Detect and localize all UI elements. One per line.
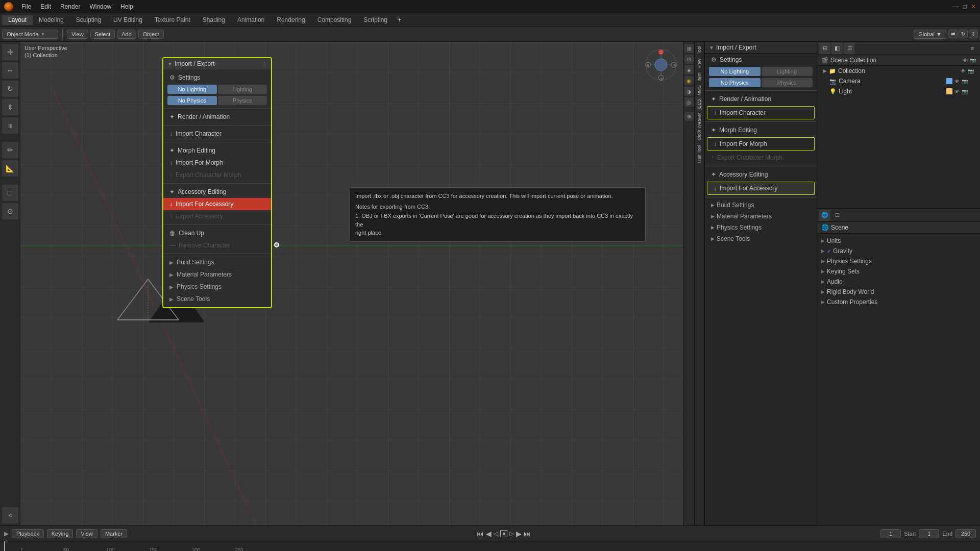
sc-cam-eye[interactable]: 👁 [954, 79, 960, 84]
vrs-btn-4[interactable]: ◉ [684, 76, 694, 85]
props-audio[interactable]: ▶ Audio [821, 277, 976, 287]
next-keyframe-btn[interactable]: ▷ [509, 530, 514, 537]
clean-up-item[interactable]: 🗑 Clean Up [163, 227, 271, 239]
marker-btn[interactable]: Marker [101, 529, 127, 538]
add-workspace-btn[interactable]: + [394, 15, 405, 25]
rp-lighting-btn[interactable]: Lighting [762, 67, 813, 76]
sc-cam-render[interactable]: 📷 [962, 79, 968, 84]
object-menu[interactable]: Object [138, 30, 164, 39]
minimize-btn[interactable]: — [953, 3, 959, 10]
menu-render[interactable]: Render [56, 2, 84, 11]
frame-end[interactable]: 250 [955, 529, 976, 538]
menu-edit[interactable]: Edit [36, 2, 55, 11]
sc-camera-item[interactable]: 📷 Camera 👁 📷 [817, 76, 980, 86]
keying-btn[interactable]: Keying [47, 529, 74, 538]
sc-eye[interactable]: 👁 [963, 58, 968, 63]
tab-modeling[interactable]: Modeling [33, 15, 70, 25]
menu-help[interactable]: Help [116, 2, 137, 11]
sc-render[interactable]: 📷 [970, 58, 976, 63]
move-tool[interactable]: ↔ [2, 62, 18, 79]
rp-render-animation[interactable]: ✦ Render / Animation [705, 93, 817, 105]
vrs-btn-1[interactable]: ⊞ [684, 44, 694, 53]
rp-no-lighting-btn[interactable]: No Lighting [709, 67, 761, 76]
morph-editing-item[interactable]: ✦ Morph Editing [163, 144, 271, 157]
panel-settings[interactable]: ⚙ Settings [163, 71, 271, 84]
cursor-tool[interactable]: ✛ [2, 44, 18, 60]
strip-cc3[interactable]: CC3 [697, 97, 702, 111]
transform-tool[interactable]: ⊞ [2, 117, 18, 134]
fr-icon-3[interactable]: ⊡ [844, 43, 855, 54]
props-custom[interactable]: ▶ Custom Properties [821, 297, 976, 307]
rp-export-character-morph[interactable]: ↑ Export Character Morph [705, 152, 817, 164]
no-lighting-btn[interactable]: No Lighting [167, 85, 217, 94]
build-settings-expand[interactable]: ▶ Build Settings [163, 256, 271, 268]
props-rigid-body[interactable]: ▶ Rigid Body World [821, 287, 976, 297]
props-keying[interactable]: ▶ Keying Sets [821, 266, 976, 277]
prev-frame-btn[interactable]: ◀ [486, 530, 492, 538]
sc-light-eye[interactable]: 👁 [954, 89, 960, 94]
rp-settings[interactable]: ⚙ Settings [705, 54, 817, 66]
measure-tool[interactable]: 📐 [2, 160, 18, 177]
annotate-tool[interactable]: ✏ [2, 142, 18, 158]
strip-view[interactable]: View [697, 57, 702, 70]
next-frame-btn[interactable]: ▶ [516, 530, 522, 538]
skip-end-btn[interactable]: ⏭ [524, 530, 531, 538]
rp-material-params[interactable]: ▶ Material Parameters [705, 211, 817, 222]
rp-physics-settings[interactable]: ▶ Physics Settings [705, 222, 817, 233]
sc-col-eye[interactable]: 👁 [961, 68, 966, 74]
playback-btn[interactable]: Playback [12, 529, 44, 538]
global-dropdown[interactable]: Global ▼ [914, 30, 946, 39]
rp-build-settings[interactable]: ▶ Build Settings [705, 199, 817, 211]
render-animation-item[interactable]: ✦ Render / Animation [163, 111, 271, 123]
props-units[interactable]: ▶ Units [821, 236, 976, 246]
view-btn[interactable]: View [76, 529, 97, 538]
scale-tool[interactable]: ⇕ [2, 99, 18, 115]
transform-btn-3[interactable]: ⇕ [969, 30, 978, 38]
add-cube-tool[interactable]: □ [2, 185, 18, 201]
rotate-tool[interactable]: ↻ [2, 81, 18, 97]
frame-start[interactable]: 1 [919, 529, 939, 538]
rp-physics-btn[interactable]: Physics [762, 78, 813, 87]
import-for-accessory-item[interactable]: ↓ Import For Accessory [163, 198, 271, 210]
props-physics[interactable]: ▶ Physics Settings [821, 256, 976, 266]
remove-character-item[interactable]: — Remove Character [163, 239, 271, 252]
frame-current[interactable]: 1 [880, 529, 901, 538]
add-menu[interactable]: Add [117, 30, 136, 39]
undo-btn[interactable]: ⟲ [2, 507, 18, 523]
no-physics-btn[interactable]: No Physics [167, 96, 217, 105]
vrs-btn-2[interactable]: ⊡ [684, 55, 694, 64]
menu-file[interactable]: File [17, 2, 35, 11]
transform-btn-2[interactable]: ↻ [959, 30, 968, 38]
tab-texture-paint[interactable]: Texture Paint [149, 15, 197, 25]
tab-sculpting[interactable]: Sculpting [70, 15, 107, 25]
rp-import-character[interactable]: ↓ Import Character [707, 106, 815, 119]
strip-item[interactable]: Item [697, 70, 702, 84]
mode-selector[interactable]: Object Mode ▼ [2, 30, 58, 39]
tab-uv-editing[interactable]: UV Editing [107, 15, 149, 25]
strip-cloth-weaver[interactable]: Cloth Weaver [697, 111, 702, 142]
rp-morph-editing[interactable]: ✦ Morph Editing [705, 124, 817, 136]
rp-accessory-editing[interactable]: ✦ Accessory Editing [705, 168, 817, 181]
transform-btn-1[interactable]: ⇄ [948, 30, 958, 38]
export-character-morph-item[interactable]: ↑ Export Character Morph [163, 169, 271, 181]
close-btn[interactable]: ✕ [971, 3, 976, 10]
fr-options-btn[interactable]: ≡ [967, 43, 978, 54]
lighting-btn[interactable]: Lighting [218, 85, 267, 94]
sc-light-item[interactable]: 💡 Light 👁 📷 [817, 86, 980, 96]
maximize-btn[interactable]: □ [963, 3, 967, 10]
select-menu[interactable]: Select [90, 30, 115, 39]
props-gravity[interactable]: ▶ ✓ Gravity [821, 246, 976, 256]
vrs-btn-5[interactable]: ◑ [684, 87, 694, 96]
import-for-morph-item[interactable]: ↓ Import For Morph [163, 157, 271, 169]
rp-no-physics-btn[interactable]: No Physics [709, 78, 761, 87]
nav-widget[interactable]: Z X -Z -X [643, 47, 679, 83]
accessory-editing-item[interactable]: ✦ Accessory Editing [163, 186, 271, 198]
menu-window[interactable]: Window [85, 2, 115, 11]
vrs-btn-3[interactable]: ◈ [684, 65, 694, 74]
strip-nms[interactable]: NMS [697, 83, 702, 97]
stop-btn[interactable]: ■ [500, 530, 507, 537]
scene-tools-expand[interactable]: ▶ Scene Tools [163, 293, 271, 305]
fr-icon-1[interactable]: ⊞ [819, 43, 830, 54]
props-icon-1[interactable]: 🌐 [819, 210, 830, 221]
props-icon-2[interactable]: ⊡ [831, 210, 843, 221]
